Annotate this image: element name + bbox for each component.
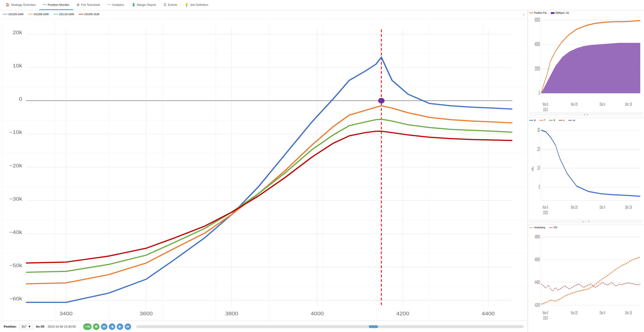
svg-text:Dec 4: Dec 4 [600, 101, 606, 106]
svg-text:Dec 18: Dec 18 [625, 204, 632, 210]
tab-job-definition[interactable]: 💡 Job Definition [181, 0, 212, 10]
underlying-legend-item: Underlying [530, 226, 545, 229]
pnl-svg: 6000 4000 2000 0 Nov 6 2023 Nov 20 Dec 4… [530, 15, 642, 112]
greek-gamma: Γ [540, 119, 546, 122]
tab-full-tearsheet[interactable]: ⊞ Full Tearsheet [73, 0, 104, 10]
legend-line-1 [28, 14, 33, 14]
prev-button[interactable]: ◀ [109, 324, 115, 330]
prev-icon: ◀ [111, 325, 113, 328]
dropdown-arrow-icon: ▼ [28, 325, 31, 328]
svg-text:4400: 4400 [535, 280, 540, 285]
last-button[interactable]: ⏭ [124, 324, 131, 330]
theta-line-icon [549, 120, 553, 121]
svg-text:4000: 4000 [310, 311, 324, 316]
tab-events[interactable]: ☰ Events [160, 0, 181, 10]
recycle-icon: ♻ [94, 324, 98, 329]
control-buttons: ✓ HD ♻ ⏮ ◀ ▶ ⏭ [83, 324, 131, 330]
chart-icon: 〰 [43, 3, 46, 6]
greeks-legend: Δ Γ θ v vv [530, 119, 642, 122]
svg-text:4000: 4000 [535, 41, 540, 47]
timeline-scrollbar[interactable] [136, 325, 524, 328]
position-select[interactable]: 317 ▼ [20, 324, 33, 329]
svg-text:4400: 4400 [482, 311, 495, 316]
pnl-chart: Position PnL EMA(pnl, 14) 6000 4000 2000… [528, 10, 644, 118]
legend-item-1: 231209-1600 [28, 13, 49, 16]
first-button[interactable]: ⏮ [101, 324, 108, 330]
svg-text:4200: 4200 [535, 302, 540, 308]
svg-text:6000: 6000 [535, 17, 540, 23]
check-icon: ✓ [84, 325, 86, 328]
v-line-icon [559, 120, 562, 121]
main-layout: 231229-1600 231209-1600 231119-1600 2310… [0, 10, 644, 332]
legend-item-0: 231229-1600 [3, 13, 24, 16]
legend-line-0 [3, 14, 8, 14]
svg-text:Dec 4: Dec 4 [600, 310, 606, 315]
vv-line-icon [568, 120, 572, 121]
svg-text:4600: 4600 [535, 257, 540, 262]
bulb-icon: 💡 [184, 3, 188, 6]
tab-analytics[interactable]: 〰 Analytics [104, 0, 128, 10]
greek-theta: θ [549, 119, 555, 122]
greek-vv: vv [568, 119, 575, 122]
underlying-dot-icon [530, 228, 533, 228]
bottom-bar: Position: 317 ▼ As Of: 2023-10-30 15:30:… [0, 321, 528, 332]
greeks-chart: Δ Γ θ v vv [528, 118, 644, 225]
pnl-legend: Position PnL EMA(pnl, 14) [530, 12, 642, 14]
svg-text:Nov 20: Nov 20 [571, 101, 578, 106]
left-panel: 231229-1600 231209-1600 231119-1600 2310… [0, 10, 528, 332]
scrollbar-thumb[interactable] [369, 325, 378, 328]
pnl-legend-position: Position PnL [530, 12, 547, 14]
legend-line-3 [79, 14, 84, 14]
pnl-collapse-arrow[interactable]: ▲ ▲ [530, 112, 642, 116]
underlying-chart: Underlying VIX 4800 4600 4400 4200 [528, 225, 644, 332]
pnl-line-icon [530, 12, 533, 13]
first-icon: ⏮ [102, 325, 106, 328]
recycle-button[interactable]: ♻ [93, 324, 100, 330]
vix-legend-item: VIX [549, 226, 557, 229]
svg-text:−30k: −30k [9, 196, 22, 202]
greeks-collapse-arrow[interactable]: ▲ — ▼ [530, 220, 642, 223]
home-chart-button[interactable]: ⌂ [522, 12, 525, 16]
legend-item-3: 231030-1530 [79, 13, 100, 16]
tab-strategy-overview[interactable]: 🏠 Strategy Overview [2, 0, 39, 10]
hd-button[interactable]: ✓ HD [83, 324, 92, 330]
greeks-svg: 30 20 10 0 ◀ Nov 6 2023 Nov 20 Dec 4 Dec… [530, 122, 642, 220]
svg-text:10k: 10k [13, 63, 22, 68]
svg-text:−10k: −10k [9, 130, 22, 135]
svg-text:2023: 2023 [543, 107, 548, 112]
underlying-legend: Underlying VIX [530, 226, 642, 229]
svg-text:−20k: −20k [9, 163, 22, 168]
greek-delta: Δ [530, 119, 536, 122]
main-chart-area: 20k 10k 0 −10k −20k −30k −40k −50k −60k … [0, 18, 528, 321]
gamma-line-icon [540, 120, 543, 121]
delta-line-icon [530, 120, 533, 121]
tab-margin-report[interactable]: 💲 Margin Report [128, 0, 160, 10]
events-icon: ☰ [164, 3, 166, 6]
pnl-legend-ema: EMA(pnl, 14) [551, 12, 569, 14]
greek-v: v [559, 119, 564, 122]
nav-bar: 🏠 Strategy Overview 〰 Position Monitor ⊞… [0, 0, 644, 10]
analytics-icon: 〰 [108, 3, 111, 6]
svg-text:4800: 4800 [535, 234, 540, 240]
svg-text:2023: 2023 [543, 210, 548, 215]
svg-text:3400: 3400 [60, 311, 72, 316]
grid-icon: ⊞ [77, 3, 80, 6]
svg-text:20: 20 [537, 146, 540, 152]
svg-rect-0 [2, 20, 526, 321]
svg-text:30: 30 [537, 127, 540, 133]
chart-legend: 231229-1600 231209-1600 231119-1600 2310… [0, 10, 528, 18]
position-label: Position: [4, 325, 17, 328]
svg-text:−60k: −60k [9, 296, 22, 302]
svg-text:Nov 6: Nov 6 [543, 310, 548, 315]
svg-text:Nov 20: Nov 20 [571, 204, 578, 210]
svg-text:10: 10 [537, 165, 540, 171]
svg-text:Nov 6: Nov 6 [543, 101, 548, 106]
legend-line-2 [54, 14, 58, 14]
tab-position-monitor[interactable]: 〰 Position Monitor [39, 0, 73, 10]
vix-dot-icon [549, 228, 553, 228]
svg-text:−50k: −50k [9, 263, 22, 268]
svg-text:Dec 18: Dec 18 [625, 310, 632, 315]
next-button[interactable]: ▶ [117, 324, 123, 330]
svg-text:Nov 6: Nov 6 [543, 204, 548, 210]
svg-text:Dec 18: Dec 18 [625, 101, 632, 106]
